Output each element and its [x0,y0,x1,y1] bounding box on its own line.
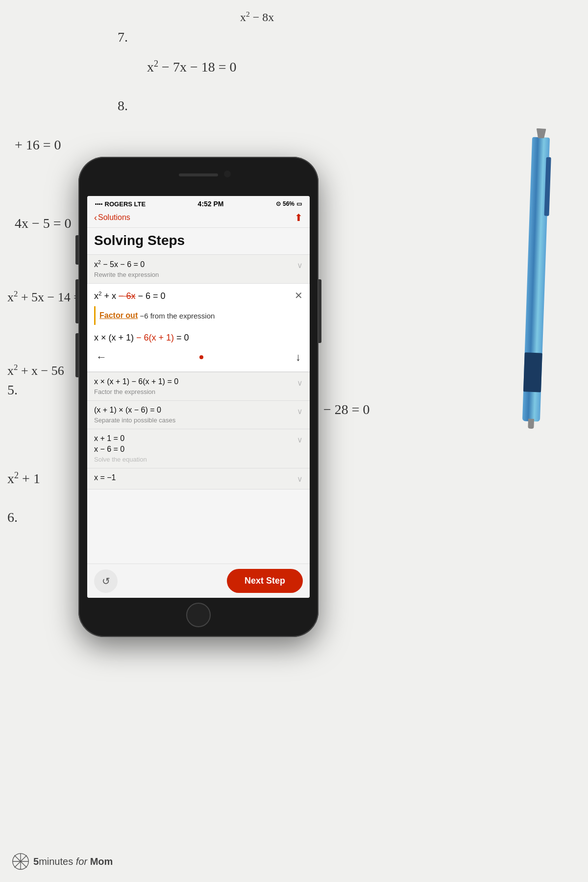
share-button[interactable]: ⬆ [294,212,303,223]
bg-equation-num5: 5. [7,382,18,398]
bg-equation-7: − 28 = 0 [323,402,370,417]
step-3-content: x × (x + 1) − 6(x + 1) = 0 Factor the ex… [94,377,297,395]
bg-equation-3: + 16 = 0 [15,137,61,153]
next-step-button[interactable]: Next Step [227,569,303,593]
bg-equation-8: x2 + 1 [7,470,40,487]
phone-home-btn[interactable] [186,603,211,627]
pen-grip [523,352,542,392]
phone-volume-silent [75,235,78,265]
step-1-row[interactable]: x2 − 5x − 6 = 0 Rewrite the expression ∨ [87,254,310,283]
step-5-content: x + 1 = 0 x − 6 = 0 Solve the equation [94,434,297,463]
step-3-label: Factor the expression [94,388,297,395]
step-4-equation: (x + 1) × (x − 6) = 0 [94,406,297,415]
step-6-chevron-icon: ∨ [297,474,303,484]
explanation-text: −6 from the expression [138,312,215,320]
back-label: Solutions [98,213,130,222]
nav-bar: ‹ Solutions ⬆ [87,210,310,228]
step-3-chevron-icon: ∨ [297,378,303,388]
step-2-equation: x2 + x − 6x − 6 = 0 [94,290,166,301]
watermark-mom: Mom [90,856,113,867]
step-1-content: x2 − 5x − 6 = 0 Rewrite the expression [94,260,297,278]
undo-button[interactable]: ↺ [94,569,118,593]
step-1-equation: x2 − 5x − 6 = 0 [94,260,297,269]
battery-icon: ▭ [296,200,302,207]
step-3-row[interactable]: x × (x + 1) − 6(x + 1) = 0 Factor the ex… [87,372,310,400]
back-chevron-icon: ‹ [94,213,97,223]
step-1-label: Rewrite the expression [94,271,297,278]
bg-equation-4: 4x − 5 = 0 [15,216,72,231]
step-4-row[interactable]: (x + 1) × (x − 6) = 0 Separate into poss… [87,400,310,429]
step-5-chevron-icon: ∨ [297,435,303,444]
watermark-minutes: minutes [39,856,73,867]
phone-power-btn [318,279,321,343]
page-title: Solving Steps [87,228,310,254]
step-5-equation-line2: x − 6 = 0 [94,445,297,454]
carrier-label: ROGERS LTE [105,200,146,208]
content-area: x2 − 5x − 6 = 0 Rewrite the expression ∨… [87,254,310,490]
bg-equation-6: x2 + x − 56 [7,363,64,378]
phone: ▪▪▪▪ ROGERS LTE 4:52 PM ⊙ 56% ▭ ‹ Soluti… [78,157,318,637]
status-left: ▪▪▪▪ ROGERS LTE [95,200,146,208]
status-right: ⊙ 56% ▭ [276,200,302,207]
step-1-chevron-icon: ∨ [297,261,303,270]
bg-equation-num8: 8. [118,98,128,114]
watermark-for: for [76,856,87,867]
prev-arrow-button[interactable]: ← [96,351,107,364]
step-2-close-button[interactable]: ✕ [294,290,303,301]
signal-icon: ▪▪▪▪ [95,201,103,207]
step-6-content: x = −1 [94,473,297,484]
watermark-logo-icon [12,853,29,870]
bottom-toolbar: ↺ Next Step [87,564,310,598]
status-time: 4:52 PM [198,200,224,208]
explanation-highlight: Factor out [99,311,138,320]
step-2-explanation: Factor out −6 from the expression [94,306,303,325]
next-arrow-button[interactable]: ↓ [295,351,301,364]
status-bar: ▪▪▪▪ ROGERS LTE 4:52 PM ⊙ 56% ▭ [87,196,310,210]
step-5-label: Solve the equation [94,456,297,463]
step-4-content: (x + 1) × (x − 6) = 0 Separate into poss… [94,406,297,424]
step-6-equation: x = −1 [94,473,297,482]
phone-volume-up [75,279,78,323]
phone-camera [224,171,231,177]
bg-equation-num6: 6. [7,510,18,525]
step-4-chevron-icon: ∨ [297,407,303,416]
step-2-header: x2 + x − 6x − 6 = 0 ✕ [94,290,303,301]
back-button[interactable]: ‹ Solutions [94,213,130,223]
phone-volume-down [75,333,78,377]
phone-speaker [179,173,218,176]
watermark-text: 5minutes for Mom [33,856,113,867]
step-5-row[interactable]: x + 1 = 0 x − 6 = 0 Solve the equation ∨ [87,429,310,468]
step-4-label: Separate into possible cases [94,416,297,424]
step-3-equation: x × (x + 1) − 6(x + 1) = 0 [94,377,297,386]
nav-dot-indicator [199,355,203,359]
bg-equation-1: x2 − 8x [240,10,274,24]
watermark: 5minutes for Mom [12,853,113,870]
bg-equation-2: x2 − 7x − 18 = 0 [147,59,236,75]
step-2-result: x × (x + 1) − 6(x + 1) = 0 [94,330,303,346]
phone-screen: ▪▪▪▪ ROGERS LTE 4:52 PM ⊙ 56% ▭ ‹ Soluti… [87,196,310,598]
step-nav: ← ↓ [94,346,303,366]
watermark-number: 5 [33,856,39,867]
battery-label: 56% [283,200,294,207]
step-6-row[interactable]: x = −1 ∨ [87,468,310,490]
step-5-equation-line1: x + 1 = 0 [94,434,297,443]
bg-equation-num7: 7. [118,29,128,45]
location-icon: ⊙ [276,200,281,207]
step-2-active: x2 + x − 6x − 6 = 0 ✕ Factor out −6 from… [87,283,310,372]
